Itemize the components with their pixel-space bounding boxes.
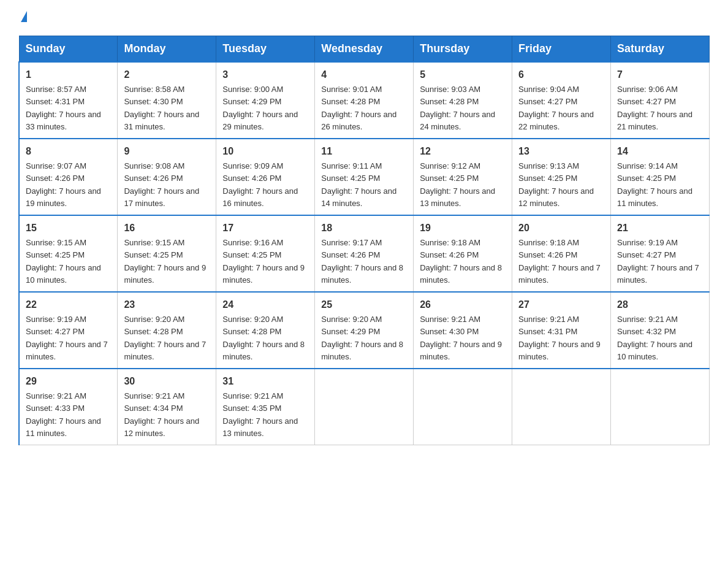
day-info: Sunrise: 9:21 AMSunset: 4:34 PMDaylight:… [124, 391, 199, 438]
day-number: 9 [124, 144, 210, 159]
table-row: 9Sunrise: 9:08 AMSunset: 4:26 PMDaylight… [118, 139, 216, 215]
table-row: 29Sunrise: 9:21 AMSunset: 4:33 PMDayligh… [19, 369, 118, 445]
table-row: 21Sunrise: 9:19 AMSunset: 4:27 PMDayligh… [611, 215, 710, 292]
table-row: 14Sunrise: 9:14 AMSunset: 4:25 PMDayligh… [611, 139, 710, 215]
table-row [414, 369, 512, 445]
day-info: Sunrise: 9:21 AMSunset: 4:33 PMDaylight:… [26, 391, 101, 438]
table-row: 1Sunrise: 8:57 AMSunset: 4:31 PMDaylight… [19, 62, 118, 139]
table-row: 13Sunrise: 9:13 AMSunset: 4:25 PMDayligh… [512, 139, 611, 215]
day-number: 16 [124, 221, 210, 236]
table-row [512, 369, 611, 445]
day-info: Sunrise: 9:12 AMSunset: 4:25 PMDaylight:… [420, 161, 495, 208]
day-number: 1 [26, 67, 111, 82]
day-info: Sunrise: 9:21 AMSunset: 4:32 PMDaylight:… [617, 315, 692, 361]
day-info: Sunrise: 8:57 AMSunset: 4:31 PMDaylight:… [26, 85, 101, 131]
day-info: Sunrise: 9:20 AMSunset: 4:29 PMDaylight:… [321, 315, 403, 361]
day-info: Sunrise: 9:01 AMSunset: 4:28 PMDaylight:… [321, 85, 396, 131]
day-number: 31 [222, 374, 308, 389]
day-info: Sunrise: 9:08 AMSunset: 4:26 PMDaylight:… [124, 161, 199, 208]
table-row: 23Sunrise: 9:20 AMSunset: 4:28 PMDayligh… [118, 292, 216, 369]
table-row [611, 369, 710, 445]
week-row-2: 8Sunrise: 9:07 AMSunset: 4:26 PMDaylight… [19, 139, 710, 215]
header-monday: Monday [118, 36, 216, 63]
day-number: 4 [321, 67, 407, 82]
day-number: 15 [26, 221, 111, 236]
logo [18, 12, 27, 23]
day-info: Sunrise: 9:06 AMSunset: 4:27 PMDaylight:… [617, 85, 692, 131]
day-number: 24 [222, 297, 308, 312]
day-info: Sunrise: 9:20 AMSunset: 4:28 PMDaylight:… [124, 315, 206, 361]
week-row-4: 22Sunrise: 9:19 AMSunset: 4:27 PMDayligh… [19, 292, 710, 369]
day-number: 23 [124, 297, 210, 312]
day-number: 29 [26, 374, 111, 389]
table-row: 6Sunrise: 9:04 AMSunset: 4:27 PMDaylight… [512, 62, 611, 139]
table-row: 8Sunrise: 9:07 AMSunset: 4:26 PMDaylight… [19, 139, 118, 215]
table-row: 12Sunrise: 9:12 AMSunset: 4:25 PMDayligh… [414, 139, 512, 215]
day-number: 2 [124, 67, 210, 82]
day-info: Sunrise: 9:04 AMSunset: 4:27 PMDaylight:… [518, 85, 594, 131]
day-number: 18 [321, 221, 407, 236]
day-number: 26 [420, 297, 506, 312]
calendar-table: SundayMondayTuesdayWednesdayThursdayFrid… [18, 36, 710, 445]
header-thursday: Thursday [414, 36, 512, 63]
day-info: Sunrise: 9:03 AMSunset: 4:28 PMDaylight:… [420, 85, 495, 131]
day-info: Sunrise: 9:07 AMSunset: 4:26 PMDaylight:… [26, 161, 101, 208]
header-tuesday: Tuesday [216, 36, 315, 63]
table-row: 26Sunrise: 9:21 AMSunset: 4:30 PMDayligh… [414, 292, 512, 369]
table-row: 15Sunrise: 9:15 AMSunset: 4:25 PMDayligh… [19, 215, 118, 292]
week-row-3: 15Sunrise: 9:15 AMSunset: 4:25 PMDayligh… [19, 215, 710, 292]
day-number: 6 [518, 67, 604, 82]
day-info: Sunrise: 9:21 AMSunset: 4:31 PMDaylight:… [518, 315, 601, 361]
header-wednesday: Wednesday [315, 36, 414, 63]
day-number: 7 [617, 67, 703, 82]
table-row: 22Sunrise: 9:19 AMSunset: 4:27 PMDayligh… [19, 292, 118, 369]
day-info: Sunrise: 9:17 AMSunset: 4:26 PMDaylight:… [321, 238, 403, 285]
table-row [315, 369, 414, 445]
table-row: 18Sunrise: 9:17 AMSunset: 4:26 PMDayligh… [315, 215, 414, 292]
day-number: 20 [518, 221, 604, 236]
table-row: 10Sunrise: 9:09 AMSunset: 4:26 PMDayligh… [216, 139, 315, 215]
day-info: Sunrise: 9:20 AMSunset: 4:28 PMDaylight:… [222, 315, 305, 361]
day-info: Sunrise: 9:09 AMSunset: 4:26 PMDaylight:… [222, 161, 298, 208]
day-number: 3 [222, 67, 308, 82]
table-row: 2Sunrise: 8:58 AMSunset: 4:30 PMDaylight… [118, 62, 216, 139]
table-row: 19Sunrise: 9:18 AMSunset: 4:26 PMDayligh… [414, 215, 512, 292]
day-info: Sunrise: 9:00 AMSunset: 4:29 PMDaylight:… [222, 85, 298, 131]
day-info: Sunrise: 9:21 AMSunset: 4:35 PMDaylight:… [222, 391, 298, 438]
day-number: 17 [222, 221, 308, 236]
day-info: Sunrise: 9:19 AMSunset: 4:27 PMDaylight:… [617, 238, 699, 285]
table-row: 5Sunrise: 9:03 AMSunset: 4:28 PMDaylight… [414, 62, 512, 139]
table-row: 28Sunrise: 9:21 AMSunset: 4:32 PMDayligh… [611, 292, 710, 369]
table-row: 24Sunrise: 9:20 AMSunset: 4:28 PMDayligh… [216, 292, 315, 369]
day-info: Sunrise: 8:58 AMSunset: 4:30 PMDaylight:… [124, 85, 199, 131]
header-sunday: Sunday [19, 36, 118, 63]
day-info: Sunrise: 9:14 AMSunset: 4:25 PMDaylight:… [617, 161, 692, 208]
header [18, 12, 710, 23]
day-info: Sunrise: 9:19 AMSunset: 4:27 PMDaylight:… [26, 315, 108, 361]
day-info: Sunrise: 9:18 AMSunset: 4:26 PMDaylight:… [420, 238, 502, 285]
day-number: 10 [222, 144, 308, 159]
day-number: 27 [518, 297, 604, 312]
day-info: Sunrise: 9:21 AMSunset: 4:30 PMDaylight:… [420, 315, 502, 361]
table-row: 4Sunrise: 9:01 AMSunset: 4:28 PMDaylight… [315, 62, 414, 139]
day-number: 12 [420, 144, 506, 159]
header-friday: Friday [512, 36, 611, 63]
week-row-5: 29Sunrise: 9:21 AMSunset: 4:33 PMDayligh… [19, 369, 710, 445]
day-number: 22 [26, 297, 111, 312]
table-row: 20Sunrise: 9:18 AMSunset: 4:26 PMDayligh… [512, 215, 611, 292]
day-info: Sunrise: 9:15 AMSunset: 4:25 PMDaylight:… [26, 238, 101, 285]
day-info: Sunrise: 9:18 AMSunset: 4:26 PMDaylight:… [518, 238, 601, 285]
table-row: 30Sunrise: 9:21 AMSunset: 4:34 PMDayligh… [118, 369, 216, 445]
table-row: 31Sunrise: 9:21 AMSunset: 4:35 PMDayligh… [216, 369, 315, 445]
week-row-1: 1Sunrise: 8:57 AMSunset: 4:31 PMDaylight… [19, 62, 710, 139]
day-number: 21 [617, 221, 703, 236]
day-number: 30 [124, 374, 210, 389]
day-number: 28 [617, 297, 703, 312]
day-number: 25 [321, 297, 407, 312]
day-number: 14 [617, 144, 703, 159]
table-row: 11Sunrise: 9:11 AMSunset: 4:25 PMDayligh… [315, 139, 414, 215]
table-row: 3Sunrise: 9:00 AMSunset: 4:29 PMDaylight… [216, 62, 315, 139]
header-saturday: Saturday [611, 36, 710, 63]
day-info: Sunrise: 9:15 AMSunset: 4:25 PMDaylight:… [124, 238, 206, 285]
day-info: Sunrise: 9:11 AMSunset: 4:25 PMDaylight:… [321, 161, 396, 208]
